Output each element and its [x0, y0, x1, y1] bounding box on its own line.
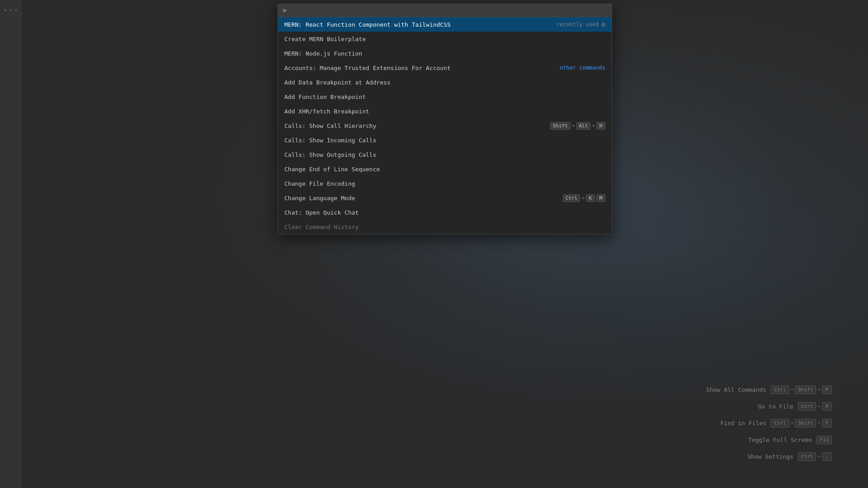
command-search-input[interactable]	[288, 7, 607, 14]
command-item-label: Chat: Open Quick Chat	[284, 209, 359, 216]
key-separator: +	[592, 123, 595, 129]
key-separator: +	[581, 195, 585, 201]
key-separator: +	[572, 123, 575, 129]
command-item-left: Create MERN Boilerplate	[284, 36, 366, 42]
command-item[interactable]: Add Data Breakpoint at Address	[278, 75, 612, 89]
command-item-label: Change Language Mode	[284, 195, 355, 202]
key: Shift	[550, 122, 571, 130]
keybinding: Ctrl+KM	[563, 194, 605, 202]
command-item-label: Change End of Line Sequence	[284, 166, 380, 173]
gear-icon[interactable]: ⚙	[602, 21, 605, 28]
key: Alt	[576, 122, 591, 130]
command-item[interactable]: Create MERN Boilerplate	[278, 32, 612, 46]
key: H	[596, 122, 605, 130]
command-item[interactable]: Accounts: Manage Trusted Extensions For …	[278, 61, 612, 75]
command-item[interactable]: Clear Command History	[278, 220, 612, 234]
command-item-label: Add Data Breakpoint at Address	[284, 79, 391, 86]
command-item-left: Calls: Show Outgoing Calls	[284, 151, 377, 158]
command-item-left: Accounts: Manage Trusted Extensions For …	[284, 65, 451, 71]
command-item-left: MERN: React Function Component with Tail…	[284, 21, 451, 28]
command-item[interactable]: Change File Encoding	[278, 176, 612, 191]
command-item[interactable]: Chat: Open Quick Chat	[278, 205, 612, 220]
command-item-left: Add XHR/fetch Breakpoint	[284, 108, 369, 115]
sidebar: ···	[0, 0, 22, 488]
command-input-container: >	[278, 4, 612, 17]
command-item-left: Calls: Show Call Hierarchy	[284, 122, 377, 129]
command-item-label: Add XHR/fetch Breakpoint	[284, 108, 369, 115]
command-item-left: Change File Encoding	[284, 180, 355, 187]
keybinding: Shift+Alt+H	[550, 122, 605, 130]
command-item-label: Clear Command History	[284, 224, 359, 230]
command-item-right: Ctrl+KM	[563, 194, 605, 202]
command-item[interactable]: Calls: Show Outgoing Calls	[278, 147, 612, 162]
command-palette: > MERN: React Function Component with Ta…	[278, 4, 612, 235]
command-item-label: Add Function Breakpoint	[284, 94, 366, 100]
command-item-right: Shift+Alt+H	[550, 122, 605, 130]
command-item-label: Calls: Show Outgoing Calls	[284, 151, 377, 158]
command-item[interactable]: Add Function Breakpoint	[278, 89, 612, 104]
command-list: MERN: React Function Component with Tail…	[278, 17, 612, 234]
command-item-label: Change File Encoding	[284, 180, 355, 187]
command-item-label: MERN: React Function Component with Tail…	[284, 21, 451, 28]
command-item[interactable]: MERN: React Function Component with Tail…	[278, 17, 612, 32]
command-item[interactable]: Calls: Show Call Hierarchy Shift+Alt+H	[278, 118, 612, 133]
command-item-label: Calls: Show Incoming Calls	[284, 137, 377, 144]
command-item-label: Accounts: Manage Trusted Extensions For …	[284, 65, 451, 71]
command-item-right: other commands	[560, 65, 605, 71]
command-item-left: Change End of Line Sequence	[284, 166, 380, 173]
command-item[interactable]: Add XHR/fetch Breakpoint	[278, 104, 612, 118]
command-item-label: Calls: Show Call Hierarchy	[284, 122, 377, 129]
command-item-left: Add Data Breakpoint at Address	[284, 79, 391, 86]
command-palette-overlay: > MERN: React Function Component with Ta…	[22, 0, 868, 488]
command-item-left: Chat: Open Quick Chat	[284, 209, 359, 216]
command-item-right: recently used⚙	[557, 21, 605, 28]
other-commands-link[interactable]: other commands	[560, 65, 605, 71]
key: M	[596, 194, 605, 202]
command-item[interactable]: MERN: Node.js Function	[278, 46, 612, 61]
key: Ctrl	[563, 194, 580, 202]
command-item-left: MERN: Node.js Function	[284, 50, 362, 57]
key: K	[586, 194, 595, 202]
command-item-left: Change Language Mode	[284, 195, 355, 202]
command-item[interactable]: Change Language Mode Ctrl+KM	[278, 191, 612, 205]
command-item[interactable]: Change End of Line Sequence	[278, 162, 612, 176]
command-item-label: MERN: Node.js Function	[284, 50, 362, 57]
sidebar-dots[interactable]: ···	[3, 5, 19, 15]
command-item-label: Create MERN Boilerplate	[284, 36, 366, 42]
command-item-left: Calls: Show Incoming Calls	[284, 137, 377, 144]
command-prefix: >	[283, 7, 286, 14]
recently-used-badge: recently used	[557, 21, 599, 28]
command-item-left: Add Function Breakpoint	[284, 94, 366, 100]
command-item[interactable]: Calls: Show Incoming Calls	[278, 133, 612, 147]
command-item-left: Clear Command History	[284, 224, 359, 230]
